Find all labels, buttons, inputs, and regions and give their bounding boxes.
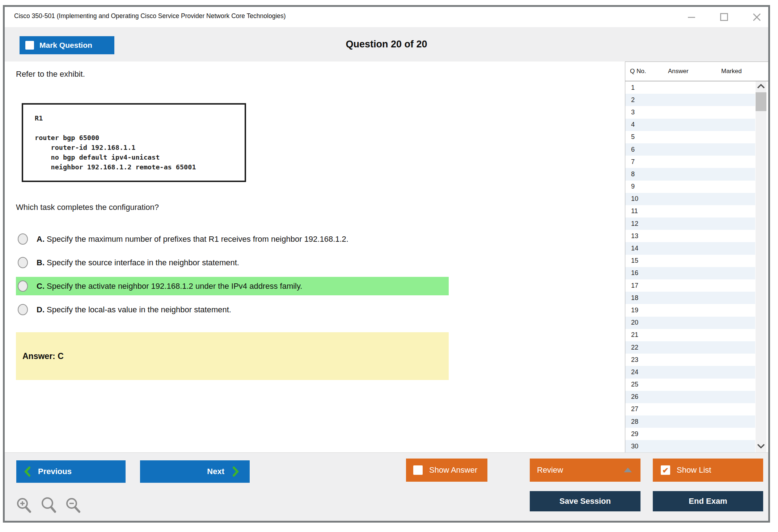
review-label: Review <box>537 465 563 475</box>
option-radio[interactable] <box>18 280 28 292</box>
maximize-button[interactable] <box>719 12 729 22</box>
question-row-25[interactable]: 25 <box>625 379 755 391</box>
question-row-9[interactable]: 9 <box>625 181 755 193</box>
scroll-down-button[interactable] <box>757 444 765 450</box>
zoom-toolbar <box>16 497 82 516</box>
question-row-1[interactable]: 1 <box>625 81 755 94</box>
question-row-13[interactable]: 13 <box>625 230 755 242</box>
next-button[interactable]: Next <box>140 460 250 483</box>
question-row-27[interactable]: 27 <box>625 403 755 415</box>
window-title: Cisco 350-501 (Implementing and Operatin… <box>14 12 286 20</box>
chevron-right-icon <box>232 466 240 477</box>
question-row-18[interactable]: 18 <box>625 292 755 304</box>
question-row-11[interactable]: 11 <box>625 205 755 218</box>
option-row-a[interactable]: A.Specify the maximum number of prefixes… <box>16 230 449 248</box>
exhibit-config: R1 router bgp 65000 router-id 192.168.1.… <box>35 113 245 172</box>
question-row-24[interactable]: 24 <box>625 366 755 378</box>
zoom-in-icon <box>16 497 33 514</box>
config-line <box>35 123 245 133</box>
question-row-19[interactable]: 19 <box>625 304 755 316</box>
question-list-panel: Q No. Answer Marked 12345678910111213141… <box>625 62 768 452</box>
question-row-15[interactable]: 15 <box>625 255 755 267</box>
question-row-5[interactable]: 5 <box>625 131 755 143</box>
triangle-up-icon <box>624 468 632 472</box>
question-list: 1234567891011121314151617181920212223242… <box>625 81 755 452</box>
question-list-scrollbar[interactable] <box>756 81 766 452</box>
question-number: 11 <box>625 207 638 215</box>
show-answer-checkbox[interactable] <box>413 465 423 475</box>
question-row-28[interactable]: 28 <box>625 415 755 428</box>
question-row-20[interactable]: 20 <box>625 317 755 329</box>
question-row-16[interactable]: 16 <box>625 267 755 279</box>
column-header-marked: Marked <box>721 68 742 75</box>
question-number: 8 <box>625 170 635 178</box>
search-icon <box>40 497 58 514</box>
question-counter: Question 20 of 20 <box>5 27 768 62</box>
minimize-button[interactable] <box>686 12 697 22</box>
chevron-left-icon <box>24 466 31 477</box>
question-number: 9 <box>625 183 635 190</box>
header-band: Question 20 of 20 Mark Question <box>5 27 768 62</box>
answer-label: Answer: C <box>22 351 64 361</box>
question-number: 23 <box>625 356 638 364</box>
next-label: Next <box>207 467 224 476</box>
page: Cisco 350-501 (Implementing and Operatin… <box>0 0 778 532</box>
question-row-23[interactable]: 23 <box>625 354 755 366</box>
question-row-7[interactable]: 7 <box>625 156 755 168</box>
zoom-out-button[interactable] <box>65 497 82 516</box>
question-row-14[interactable]: 14 <box>625 242 755 254</box>
question-row-22[interactable]: 22 <box>625 341 755 354</box>
question-number: 14 <box>625 245 638 252</box>
question-number: 5 <box>625 133 635 141</box>
option-radio[interactable] <box>18 257 28 268</box>
question-number: 3 <box>625 109 635 116</box>
config-line: R1 <box>35 113 245 123</box>
option-row-b[interactable]: B.Specify the source interface in the ne… <box>16 253 449 272</box>
question-number: 22 <box>625 344 638 351</box>
zoom-out-icon <box>65 497 82 514</box>
zoom-in-button[interactable] <box>16 497 33 516</box>
question-row-3[interactable]: 3 <box>625 106 755 118</box>
question-row-12[interactable]: 12 <box>625 218 755 230</box>
end-exam-button[interactable]: End Exam <box>653 491 763 511</box>
option-radio[interactable] <box>18 233 28 245</box>
option-row-c[interactable]: C.Specify the activate neighbor 192.168.… <box>16 277 449 295</box>
option-text: B.Specify the source interface in the ne… <box>37 258 239 267</box>
question-number: 25 <box>625 381 638 388</box>
previous-button[interactable]: Previous <box>16 460 126 483</box>
main-content: Refer to the exhibit. R1 router bgp 6500… <box>5 62 768 452</box>
question-row-21[interactable]: 21 <box>625 329 755 341</box>
mark-question-checkbox[interactable] <box>25 41 34 50</box>
config-line: router bgp 65000 <box>35 133 245 143</box>
config-line: router-id 192.168.1.1 <box>35 143 245 152</box>
question-row-30[interactable]: 30 <box>625 440 755 452</box>
option-text: D.Specify the local-as value in the neig… <box>37 305 231 314</box>
scroll-up-button[interactable] <box>757 84 765 90</box>
question-number: 27 <box>625 405 638 413</box>
chevron-up-icon <box>757 84 765 89</box>
save-session-label: Save Session <box>559 497 611 506</box>
close-button[interactable] <box>752 12 762 22</box>
question-number: 2 <box>625 96 635 104</box>
question-row-4[interactable]: 4 <box>625 119 755 131</box>
show-list-checkbox[interactable]: ✔ <box>661 465 670 475</box>
question-row-10[interactable]: 10 <box>625 193 755 205</box>
question-row-26[interactable]: 26 <box>625 391 755 403</box>
window-controls <box>686 7 762 27</box>
search-button[interactable] <box>40 497 58 516</box>
show-list-button[interactable]: ✔ Show List <box>653 459 763 482</box>
review-button[interactable]: Review <box>530 459 640 482</box>
question-number: 26 <box>625 393 638 401</box>
question-row-29[interactable]: 29 <box>625 428 755 440</box>
question-row-17[interactable]: 17 <box>625 279 755 292</box>
question-row-6[interactable]: 6 <box>625 143 755 156</box>
show-answer-button[interactable]: Show Answer <box>406 459 487 482</box>
mark-question-button[interactable]: Mark Question <box>20 36 114 54</box>
scrollbar-thumb[interactable] <box>756 92 766 111</box>
save-session-button[interactable]: Save Session <box>530 491 640 511</box>
option-row-d[interactable]: D.Specify the local-as value in the neig… <box>16 300 449 319</box>
option-radio[interactable] <box>18 304 28 315</box>
question-row-2[interactable]: 2 <box>625 94 755 106</box>
question-row-8[interactable]: 8 <box>625 168 755 180</box>
question-number: 12 <box>625 220 638 228</box>
